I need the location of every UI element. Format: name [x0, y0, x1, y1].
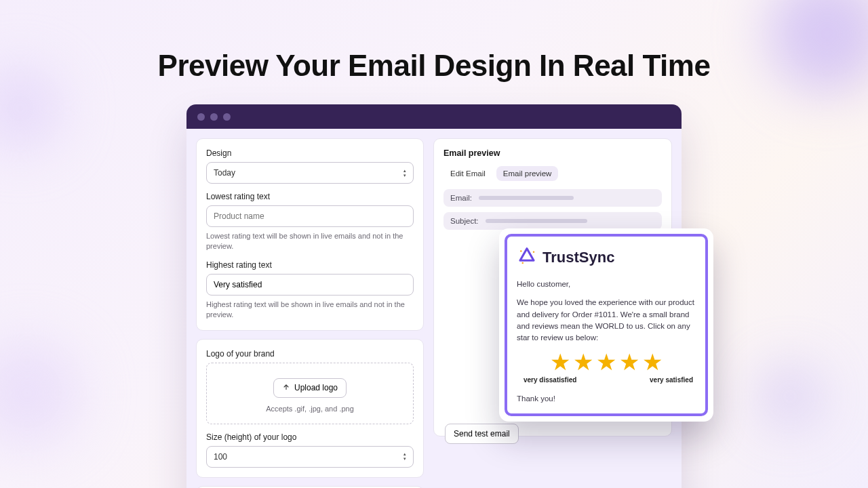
brand-logo-icon — [517, 246, 537, 269]
star-icon[interactable]: ★ — [596, 350, 616, 373]
placeholder-line — [479, 196, 574, 200]
select-caret-icon — [403, 169, 406, 178]
page-title: Preview Your Email Design In Real Time — [0, 0, 868, 83]
email-thanks: Thank you! — [517, 394, 696, 403]
design-select[interactable]: Today — [206, 162, 414, 184]
rating-high-label: very satisfied — [650, 376, 693, 384]
subject-field-label: Subject: — [450, 217, 479, 225]
select-caret-icon — [403, 452, 406, 461]
highest-rating-label: Highest rating text — [206, 260, 414, 270]
logo-size-label: Size (height) of your logo — [206, 432, 414, 442]
star-icon[interactable]: ★ — [619, 350, 639, 373]
window-dot-icon — [197, 113, 205, 121]
tab-email-preview[interactable]: Email preview — [496, 166, 559, 181]
svg-point-1 — [533, 251, 535, 253]
brand-name: TrustSync — [542, 249, 614, 266]
rating-stars: ★ ★ ★ ★ ★ — [517, 350, 696, 373]
window-dot-icon — [223, 113, 231, 121]
star-icon[interactable]: ★ — [573, 350, 593, 373]
logo-card: Logo of your brand Upload logo Accepts .… — [196, 339, 424, 478]
logo-label: Logo of your brand — [206, 349, 414, 359]
window-titlebar — [186, 104, 682, 129]
placeholder-line — [486, 219, 587, 223]
preview-title: Email preview — [443, 148, 662, 158]
upload-logo-label: Upload logo — [294, 383, 338, 392]
colors-card: Email background color #000000 Top borde… — [196, 486, 424, 488]
email-field-row[interactable]: Email: — [443, 189, 662, 207]
preview-tabs: Edit Email Email preview — [443, 166, 662, 181]
logo-dropzone[interactable]: Upload logo Accepts .gif, .jpg, and .png — [206, 363, 414, 424]
upload-accepts-text: Accepts .gif, .jpg, and .png — [214, 405, 406, 413]
design-select-value: Today — [214, 168, 235, 178]
highest-rating-input[interactable] — [214, 280, 406, 289]
email-greeting: Hello customer, — [517, 279, 696, 290]
star-icon[interactable]: ★ — [550, 350, 570, 373]
app-window: Design Today Lowest rating text Lowest r… — [186, 104, 682, 488]
star-icon[interactable]: ★ — [642, 350, 663, 373]
svg-point-2 — [522, 262, 524, 264]
lowest-rating-label: Lowest rating text — [206, 192, 414, 201]
lowest-rating-input[interactable] — [214, 211, 406, 221]
tab-edit-email[interactable]: Edit Email — [443, 166, 492, 181]
upload-logo-button[interactable]: Upload logo — [273, 378, 347, 398]
preview-card: Email preview Edit Email Email preview E… — [433, 138, 672, 436]
highest-rating-helper: Highest rating text will be shown in liv… — [206, 300, 414, 321]
send-test-email-button[interactable]: Send test email — [445, 424, 519, 444]
logo-size-select[interactable]: 100 — [206, 446, 414, 468]
upload-icon — [282, 383, 290, 393]
logo-size-value: 100 — [214, 452, 227, 462]
design-card: Design Today Lowest rating text Lowest r… — [196, 138, 424, 331]
svg-point-0 — [520, 250, 522, 252]
rating-low-label: very dissatisfied — [524, 376, 576, 384]
lowest-rating-helper: Lowest rating text will be shown in live… — [206, 231, 414, 252]
email-field-label: Email: — [450, 194, 472, 202]
subject-field-row[interactable]: Subject: — [443, 212, 662, 230]
email-body: We hope you loved the experience with ou… — [517, 297, 696, 344]
email-preview-popup: TrustSync Hello customer, We hope you lo… — [499, 228, 713, 422]
design-label: Design — [206, 148, 414, 158]
window-dot-icon — [210, 113, 218, 121]
